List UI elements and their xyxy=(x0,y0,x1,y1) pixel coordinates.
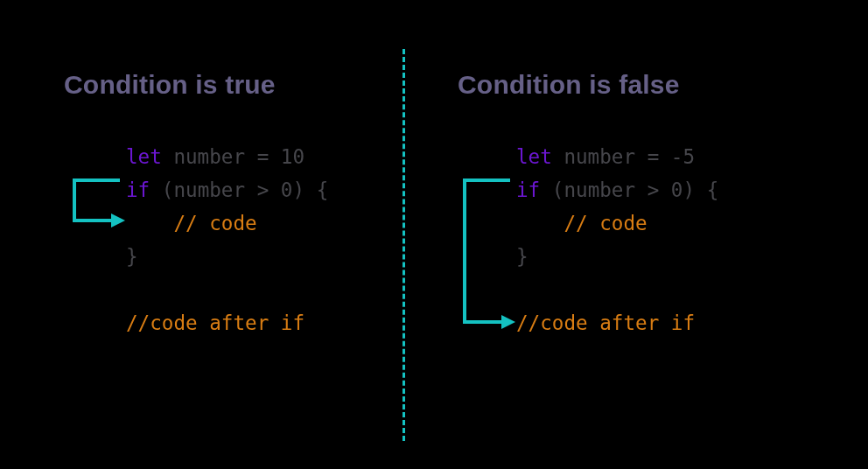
line-2: if (number > 0) { xyxy=(516,178,718,201)
line-1: let number = 10 xyxy=(126,145,304,168)
comment-inside-if: // code xyxy=(173,212,256,234)
line-6: //code after if xyxy=(516,312,695,334)
line-3: // code xyxy=(126,212,257,234)
line-6: //code after if xyxy=(126,312,304,334)
line-1-rest: number = 10 xyxy=(162,145,304,168)
line-4: } xyxy=(126,245,138,268)
flow-arrow-skip-if xyxy=(465,180,526,355)
heading-condition-true: Condition is true xyxy=(64,70,276,100)
svg-marker-0 xyxy=(111,214,125,228)
vertical-divider xyxy=(402,49,405,441)
line-1-rest: number = -5 xyxy=(552,145,695,168)
heading-condition-false: Condition is false xyxy=(458,70,680,100)
line-2: if (number > 0) { xyxy=(126,178,328,201)
code-block-true: let number = 10 if (number > 0) { // cod… xyxy=(126,140,328,340)
keyword-let: let xyxy=(126,145,162,168)
comment-inside-if: // code xyxy=(564,212,647,234)
code-block-false: let number = -5 if (number > 0) { // cod… xyxy=(516,140,718,340)
line-2-rest: (number > 0) { xyxy=(150,178,328,201)
line-3: // code xyxy=(516,212,648,234)
flow-arrow-into-if xyxy=(74,180,136,233)
diagram-canvas: Condition is true Condition is false let… xyxy=(0,0,868,469)
keyword-let: let xyxy=(516,145,552,168)
svg-marker-1 xyxy=(501,315,515,329)
line-2-rest: (number > 0) { xyxy=(540,178,718,201)
line-1: let number = -5 xyxy=(516,145,695,168)
